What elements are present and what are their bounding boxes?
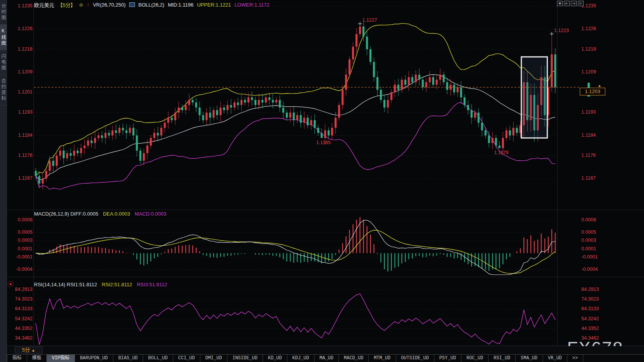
axis-tick-label: 1.1184 xyxy=(581,133,605,138)
crosshair-icon[interactable]: ✚ xyxy=(557,1,563,6)
toolbar-button[interactable]: DMI_UD xyxy=(200,355,227,362)
svg-text:1.1227: 1.1227 xyxy=(362,17,377,23)
axis-tick-label: 1.1184 xyxy=(9,133,32,138)
axis-tick-label: -0.0004 xyxy=(9,267,32,272)
rsi1-label: RSI(14,14,14) RSI1:51.8112 xyxy=(34,282,97,287)
axis-tick-label: 1.1167 xyxy=(9,175,32,181)
toolbar-button[interactable]: SMA_UD xyxy=(516,355,543,362)
period-value: 5分 xyxy=(22,347,30,353)
axis-tick-label: 44.3352 xyxy=(9,326,32,331)
indicator-toolbar: 指标模板VIP指标BARUPDN_UDBIAS_UDBOLL_UDCCI_UDD… xyxy=(7,354,644,362)
current-price-tag: 1.1203 xyxy=(580,88,605,95)
sidebar-tab-item[interactable]: 合约资料 xyxy=(0,75,7,105)
axis-tick-label: 1.1176 xyxy=(9,153,32,158)
toolbar-button[interactable]: BOLL_UD xyxy=(143,355,173,362)
period-row: 5分 ▲ xyxy=(7,346,644,354)
toolbar-button[interactable]: 模板 xyxy=(27,355,47,362)
toolbar-button[interactable]: CCI_UD xyxy=(173,355,200,362)
up-arrow-icon: ↑ xyxy=(87,2,89,8)
rsi3-label: RSI3:51.8112 xyxy=(137,282,167,287)
x-axis-scale-icon[interactable]: ⇥ xyxy=(571,1,577,6)
timeframe-label: 【5分】 xyxy=(58,1,75,8)
boll-upper-value: UPPER:1.1221 xyxy=(197,2,231,8)
vr-indicator-label: VR(26,70,250) xyxy=(93,2,126,8)
axis-tick-label: 0.0003 xyxy=(9,238,32,243)
indicator-marker-icon[interactable] xyxy=(8,281,14,287)
axis-tick-label: 0.0005 xyxy=(9,229,32,235)
axis-tick-label: 1.1201 xyxy=(9,89,32,95)
toolbar-button[interactable]: >> xyxy=(567,355,583,362)
rsi-panel-title: RSI(14,14,14) RSI1:51.8112 RSI2:51.8112 … xyxy=(34,282,167,287)
toolbar-button[interactable]: MA_UD xyxy=(314,355,339,362)
axis-tick-label: 0.0001 xyxy=(581,246,605,252)
axis-tick-label: 64.3133 xyxy=(581,306,605,311)
sidebar-tab-active[interactable]: K线图 xyxy=(0,25,7,50)
axis-tick-label: 1.1167 xyxy=(581,175,605,181)
axis-tick-label: 64.3133 xyxy=(9,306,32,311)
axis-tick-label: -0.0004 xyxy=(581,267,605,272)
chart-thumb-icon[interactable] xyxy=(129,2,135,7)
axis-tick-label: 1.1235 xyxy=(9,3,32,8)
axis-tick-label: 54.3242 xyxy=(9,316,32,321)
view-tools: ✚ ⇤ ⇥ ⊩ xyxy=(557,1,584,6)
axis-tick-label: 54.3242 xyxy=(581,316,605,321)
sidebar-tab-item[interactable]: 分时图 xyxy=(0,0,7,25)
boll-lower-value: LOWER:1.1172 xyxy=(234,2,269,8)
axis-tick-label: 34.3462 xyxy=(9,335,32,341)
axis-tick-label: 1.1176 xyxy=(581,153,605,158)
toolbar-button[interactable]: RSI_UD xyxy=(489,355,516,362)
period-dropdown-icon: ▲ xyxy=(31,348,35,352)
toolbar-button[interactable]: VIP指标 xyxy=(47,355,75,362)
toolbar-button[interactable]: ROC_UD xyxy=(461,355,489,362)
axis-tick-label: 84.2913 xyxy=(9,287,32,292)
macd-diff-label: MACD(26,12,9) DIFF:0.0005 xyxy=(34,211,98,217)
svg-text:1.1185: 1.1185 xyxy=(316,140,331,145)
left-tab-sidebar: 分时图K线图闪电图合约资料 xyxy=(0,0,7,362)
macd-macd-label: MACD:0.0003 xyxy=(135,211,166,217)
axis-tick-label: 0.0005 xyxy=(581,229,605,235)
symbol-name: 欧元美元 xyxy=(34,1,54,8)
price-pin-icon: ▲ xyxy=(598,83,601,88)
axis-tick-label: 1.1209 xyxy=(581,69,605,75)
toolbar-button[interactable]: KD_UD xyxy=(263,355,287,362)
toolbar-button[interactable]: INSIDE_UD xyxy=(227,355,263,362)
y-axis-scale-icon[interactable]: ⇤ xyxy=(564,1,570,6)
axis-tick-label: 1.1209 xyxy=(9,69,32,75)
toolbar-button[interactable]: MTM_UD xyxy=(369,355,396,362)
toolbar-button[interactable]: BIAS_UD xyxy=(113,355,143,362)
link-icon[interactable]: ⊕ xyxy=(79,2,83,8)
axis-tick-label: 1.1218 xyxy=(581,46,605,52)
toolbar-button[interactable]: BARUPDN_UD xyxy=(75,355,113,362)
axis-tick-label: 0.0008 xyxy=(9,217,32,223)
axis-tick-label: 84.2913 xyxy=(581,287,605,292)
macd-dea-label: DEA:0.0003 xyxy=(103,211,130,217)
toolbar-button[interactable]: 指标 xyxy=(7,355,27,362)
axis-tick-label: 0.0008 xyxy=(581,217,605,223)
axis-tick-label: 1.1193 xyxy=(581,109,605,115)
axis-tick-label: 1.1218 xyxy=(9,46,32,52)
axis-tick-label: 44.3352 xyxy=(581,326,605,331)
axis-tick-label: 0.0001 xyxy=(9,246,32,252)
axis-tick-label: 74.3023 xyxy=(581,296,605,302)
chart-canvas[interactable]: 1.12271.12231.11851.1179 xyxy=(0,0,644,362)
toolbar-button[interactable]: VR_UD xyxy=(543,355,567,362)
svg-text:1.1223: 1.1223 xyxy=(554,28,569,33)
axis-tick-label: 74.3023 xyxy=(9,296,32,302)
toolbar-button[interactable]: MACD_UD xyxy=(339,355,369,362)
period-selector-button[interactable]: 5分 ▲ xyxy=(15,347,43,354)
rsi2-label: RSI2:51.8112 xyxy=(102,282,132,287)
axis-tick-label: 1.1193 xyxy=(9,109,32,115)
svg-text:1.1179: 1.1179 xyxy=(494,150,508,155)
trading-app: 分时图K线图闪电图合约资料 1.12271.12231.11851.1179 欧… xyxy=(0,0,644,362)
boll-mid-value: MID:1.1196 xyxy=(168,2,193,8)
toolbar-button[interactable]: PSY_UD xyxy=(434,355,461,362)
axis-tick-label: 1.1226 xyxy=(581,26,605,31)
chart-header: 欧元美元 【5分】 ⊕ ↑ VR(26,70,250) BOLL(26,2) M… xyxy=(34,1,269,8)
toolbar-button[interactable]: OUTSIDE_UD xyxy=(396,355,434,362)
axis-tick-label: -0.0001 xyxy=(581,254,605,260)
axis-tick-label: 1.1226 xyxy=(9,26,32,31)
macd-panel-title: MACD(26,12,9) DIFF:0.0005 DEA:0.0003 MAC… xyxy=(34,211,166,217)
toolbar-button[interactable]: KDJ_UD xyxy=(287,355,314,362)
reset-view-icon[interactable]: ⊩ xyxy=(578,1,584,6)
sidebar-tab-item[interactable]: 闪电图 xyxy=(0,50,7,75)
